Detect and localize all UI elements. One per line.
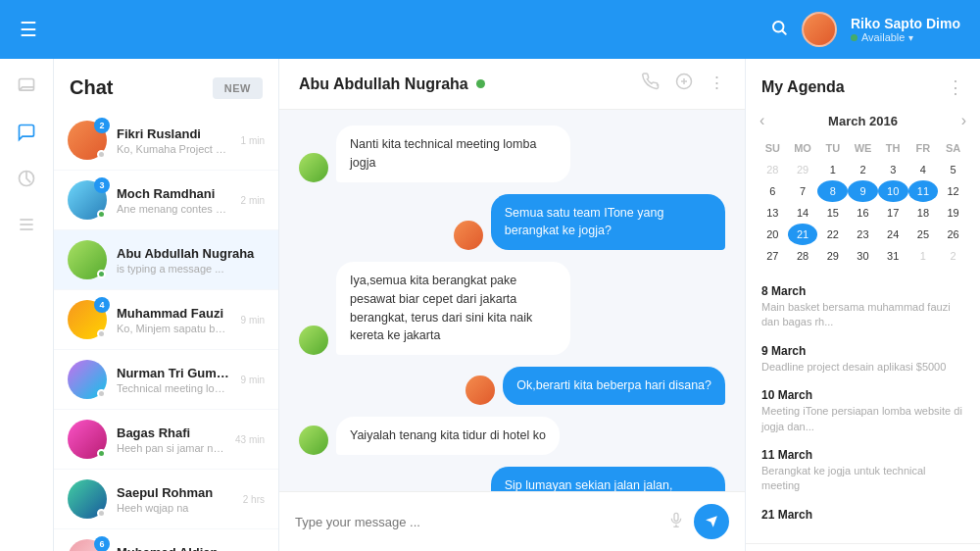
chat-time: 2 hrs: [243, 494, 265, 505]
agenda-event: 9 MarchDeadline project desain aplikasi …: [761, 344, 964, 375]
online-indicator: [476, 79, 485, 88]
calendar-day[interactable]: 26: [938, 224, 968, 245]
message-row: Ok,berarti kita beberpa hari disana?: [299, 367, 725, 405]
main-layout: Chat NEW 2Fikri RuslandiKo, Kumaha Proje…: [0, 59, 980, 551]
contact-preview: Heeh pan si jamar nge dunk...: [117, 442, 225, 454]
sidebar-icon-analytics[interactable]: [17, 169, 36, 193]
chevron-down-icon[interactable]: ▾: [908, 32, 913, 43]
new-chat-button[interactable]: NEW: [213, 77, 263, 99]
message-bubble: Sip lumayan sekian jalan jalan, semoga t…: [491, 467, 725, 492]
calendar-day-header: SU: [758, 137, 788, 159]
agenda-event: 8 MarchMain basket bersama muhammad fauz…: [761, 284, 964, 330]
calendar-day[interactable]: 18: [908, 202, 939, 224]
chat-time: 1 min: [241, 135, 265, 146]
calendar-day[interactable]: 5: [938, 159, 968, 180]
chat-time: 9 min: [241, 315, 265, 326]
chat-list-item[interactable]: 2Fikri RuslandiKo, Kumaha Project anu et…: [54, 111, 278, 171]
mic-icon[interactable]: [668, 512, 684, 532]
chat-list-item[interactable]: 3Moch RamdhaniAne menang contes $1000 ..…: [54, 171, 278, 230]
calendar-month: March 2016: [828, 114, 898, 128]
calendar-day[interactable]: 28: [788, 245, 818, 267]
chat-time: 9 min: [241, 375, 265, 385]
calendar-day[interactable]: 3: [878, 159, 908, 180]
agenda-header: My Agenda ⋮: [746, 59, 980, 108]
contact-preview: Ko, Kumaha Project anu eta...: [117, 143, 231, 155]
agenda-events: 8 MarchMain basket bersama muhammad fauz…: [746, 276, 980, 543]
event-description: Main basket bersama muhammad fauzi dan b…: [761, 300, 964, 330]
calendar-day[interactable]: 22: [817, 224, 848, 245]
calendar-day[interactable]: 20: [758, 224, 788, 245]
message-input-area: [279, 491, 745, 551]
calendar-day[interactable]: 23: [848, 224, 878, 245]
contact-name: Muhamad Aldiansyah: [117, 545, 233, 552]
more-icon[interactable]: ⋮: [709, 73, 725, 95]
calendar-day[interactable]: 28: [758, 159, 788, 180]
calendar-day[interactable]: 29: [788, 159, 818, 180]
message-row: Nanti kita technical meeting lomba jogja: [299, 125, 725, 182]
agenda-panel: My Agenda ⋮ ‹ March 2016 › SUMOTUWETHFRS…: [745, 59, 980, 551]
calendar-day[interactable]: 1: [908, 245, 939, 267]
calendar-day[interactable]: 25: [908, 224, 939, 245]
calendar-day[interactable]: 6: [758, 180, 788, 202]
calendar-day[interactable]: 7: [788, 180, 818, 202]
calendar-day[interactable]: 24: [878, 224, 908, 245]
agenda-menu-icon[interactable]: ⋮: [947, 76, 964, 98]
chat-list-item[interactable]: Abu Abdullah Nugrahais typing a message …: [54, 230, 278, 290]
contact-preview: Ko, Minjem sapatu basket ja...: [117, 323, 231, 334]
hamburger-icon[interactable]: ☰: [20, 18, 37, 41]
calendar-day[interactable]: 30: [848, 245, 878, 267]
calendar-day[interactable]: 15: [817, 202, 848, 224]
chat-list-item[interactable]: Saepul RohmanHeeh wqjap na2 hrs: [54, 470, 278, 529]
chat-window-header: Abu Abdullah Nugraha ⋮: [279, 59, 745, 110]
user-status: Available ▾: [851, 31, 960, 43]
contact-preview: Technical meeting lomba jog...: [117, 382, 231, 394]
chat-list-item[interactable]: 6Muhamad AldiansyahBales tuh ko bisa dis…: [54, 529, 278, 551]
calendar-day-header: TH: [878, 137, 908, 159]
event-description: Deadline project desain aplikasi $5000: [761, 360, 964, 375]
calendar-day[interactable]: 2: [938, 245, 968, 267]
calendar-day[interactable]: 19: [938, 202, 968, 224]
message-input[interactable]: [295, 515, 659, 529]
add-agenda-button[interactable]: + ADD NEW AGENDA: [746, 543, 980, 551]
calendar-day[interactable]: 12: [938, 180, 968, 202]
calendar-day[interactable]: 29: [817, 245, 848, 267]
chat-list-header: Chat NEW: [54, 59, 278, 111]
calendar-day[interactable]: 14: [788, 202, 818, 224]
chat-list-item[interactable]: 4Muhammad FauziKo, Minjem sapatu basket …: [54, 290, 278, 350]
calendar-day[interactable]: 21: [788, 224, 818, 245]
search-icon[interactable]: [770, 19, 788, 41]
video-icon[interactable]: [675, 73, 693, 95]
contact-name: Saepul Rohman: [117, 485, 233, 500]
chat-time: 2 min: [241, 195, 265, 206]
calendar-day[interactable]: 11: [908, 180, 939, 202]
calendar-day[interactable]: 2: [848, 159, 878, 180]
sidebar-icon-settings[interactable]: [17, 215, 36, 239]
chat-list-item[interactable]: Nurman Tri GumelarTechnical meeting lomb…: [54, 350, 278, 410]
calendar-day[interactable]: 9: [848, 180, 878, 202]
message-bubble: Ok,berarti kita beberpa hari disana?: [503, 367, 725, 405]
sidebar-icon-messages[interactable]: [17, 123, 36, 147]
topbar-left: ☰: [20, 18, 37, 41]
sidebar-icon-chat[interactable]: [17, 76, 36, 101]
calendar-day[interactable]: 1: [817, 159, 848, 180]
calendar-nav: ‹ March 2016 ›: [746, 108, 980, 137]
contact-name: Bagas Rhafi: [117, 426, 225, 440]
send-button[interactable]: [694, 504, 729, 539]
calendar-day[interactable]: 16: [848, 202, 878, 224]
message-bubble: Semua satu team ITone yang berangkat ke …: [491, 194, 725, 251]
phone-icon[interactable]: [642, 73, 660, 95]
calendar-day[interactable]: 8: [817, 180, 848, 202]
calendar-day[interactable]: 31: [878, 245, 908, 267]
calendar-grid: SUMOTUWETHFRSA28291234567891011121314151…: [746, 137, 980, 276]
event-date: 21 March: [761, 508, 964, 522]
calendar-day[interactable]: 17: [878, 202, 908, 224]
next-month-button[interactable]: ›: [961, 112, 966, 129]
agenda-event: 11 MarchBerangkat ke jogja untuk technic…: [761, 448, 964, 494]
calendar-day[interactable]: 13: [758, 202, 788, 224]
agenda-event: 10 MarchMeeting iTone persiapan lomba we…: [761, 388, 964, 434]
calendar-day[interactable]: 4: [908, 159, 939, 180]
prev-month-button[interactable]: ‹: [760, 112, 764, 129]
calendar-day[interactable]: 27: [758, 245, 788, 267]
chat-list-item[interactable]: Bagas RhafiHeeh pan si jamar nge dunk...…: [54, 410, 278, 470]
calendar-day[interactable]: 10: [878, 180, 908, 202]
